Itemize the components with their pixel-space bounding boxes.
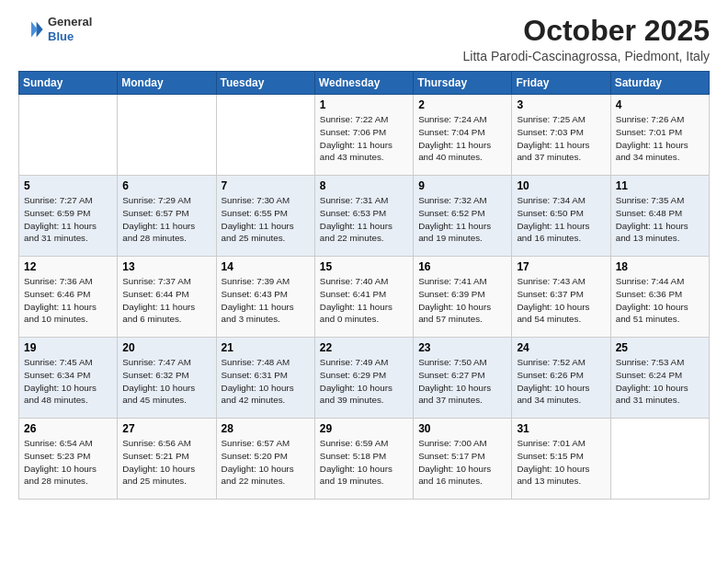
day-info: Sunrise: 7:53 AMSunset: 6:24 PMDaylight:… xyxy=(616,356,704,407)
day-number: 31 xyxy=(517,422,605,435)
day-number: 27 xyxy=(122,422,210,435)
day-info: Sunrise: 7:01 AMSunset: 5:15 PMDaylight:… xyxy=(517,437,605,488)
calendar-week-5: 26Sunrise: 6:54 AMSunset: 5:23 PMDayligh… xyxy=(19,419,710,500)
calendar-cell: 2Sunrise: 7:24 AMSunset: 7:04 PMDaylight… xyxy=(414,95,512,176)
month-title: October 2025 xyxy=(463,15,710,47)
day-info: Sunrise: 7:52 AMSunset: 6:26 PMDaylight:… xyxy=(517,356,605,407)
calendar-cell xyxy=(19,95,118,176)
day-number: 11 xyxy=(616,179,704,192)
day-info: Sunrise: 7:37 AMSunset: 6:44 PMDaylight:… xyxy=(122,275,210,326)
day-number: 24 xyxy=(517,341,605,354)
day-info: Sunrise: 7:35 AMSunset: 6:48 PMDaylight:… xyxy=(616,194,704,245)
calendar-cell: 10Sunrise: 7:34 AMSunset: 6:50 PMDayligh… xyxy=(512,176,610,257)
day-info: Sunrise: 6:56 AMSunset: 5:21 PMDaylight:… xyxy=(122,437,210,488)
logo: General Blue xyxy=(18,15,92,43)
day-info: Sunrise: 7:50 AMSunset: 6:27 PMDaylight:… xyxy=(418,356,506,407)
header-tuesday: Tuesday xyxy=(216,72,314,95)
day-number: 6 xyxy=(122,179,210,192)
calendar-cell: 29Sunrise: 6:59 AMSunset: 5:18 PMDayligh… xyxy=(314,419,413,500)
day-info: Sunrise: 7:31 AMSunset: 6:53 PMDaylight:… xyxy=(320,194,408,245)
day-number: 7 xyxy=(222,179,310,192)
day-number: 1 xyxy=(320,98,408,111)
day-number: 3 xyxy=(517,98,605,111)
calendar-cell: 31Sunrise: 7:01 AMSunset: 5:15 PMDayligh… xyxy=(512,419,610,500)
calendar-cell: 12Sunrise: 7:36 AMSunset: 6:46 PMDayligh… xyxy=(19,257,118,338)
calendar-cell: 21Sunrise: 7:48 AMSunset: 6:31 PMDayligh… xyxy=(216,338,314,419)
day-number: 22 xyxy=(320,341,408,354)
calendar-cell: 9Sunrise: 7:32 AMSunset: 6:52 PMDaylight… xyxy=(414,176,512,257)
logo-blue: Blue xyxy=(48,29,74,43)
calendar-cell: 18Sunrise: 7:44 AMSunset: 6:36 PMDayligh… xyxy=(610,257,709,338)
day-info: Sunrise: 7:25 AMSunset: 7:03 PMDaylight:… xyxy=(517,113,605,164)
day-info: Sunrise: 7:29 AMSunset: 6:57 PMDaylight:… xyxy=(122,194,210,245)
header-thursday: Thursday xyxy=(414,72,512,95)
day-info: Sunrise: 7:32 AMSunset: 6:52 PMDaylight:… xyxy=(418,194,506,245)
day-number: 21 xyxy=(222,341,310,354)
calendar-table: Sunday Monday Tuesday Wednesday Thursday… xyxy=(18,71,710,500)
day-number: 19 xyxy=(24,341,112,354)
header: General Blue October 2025 Litta Parodi-C… xyxy=(18,15,710,63)
day-info: Sunrise: 7:44 AMSunset: 6:36 PMDaylight:… xyxy=(616,275,704,326)
logo-general: General xyxy=(48,15,92,29)
calendar-cell: 15Sunrise: 7:40 AMSunset: 6:41 PMDayligh… xyxy=(314,257,413,338)
calendar-cell: 14Sunrise: 7:39 AMSunset: 6:43 PMDayligh… xyxy=(216,257,314,338)
day-info: Sunrise: 6:54 AMSunset: 5:23 PMDaylight:… xyxy=(24,437,112,488)
day-info: Sunrise: 7:41 AMSunset: 6:39 PMDaylight:… xyxy=(418,275,506,326)
calendar-cell: 7Sunrise: 7:30 AMSunset: 6:55 PMDaylight… xyxy=(216,176,314,257)
calendar-cell: 8Sunrise: 7:31 AMSunset: 6:53 PMDaylight… xyxy=(314,176,413,257)
calendar-week-1: 1Sunrise: 7:22 AMSunset: 7:06 PMDaylight… xyxy=(19,95,710,176)
day-info: Sunrise: 7:24 AMSunset: 7:04 PMDaylight:… xyxy=(418,113,506,164)
day-info: Sunrise: 6:59 AMSunset: 5:18 PMDaylight:… xyxy=(320,437,408,488)
day-info: Sunrise: 7:34 AMSunset: 6:50 PMDaylight:… xyxy=(517,194,605,245)
day-number: 14 xyxy=(222,260,310,273)
day-info: Sunrise: 7:40 AMSunset: 6:41 PMDaylight:… xyxy=(320,275,408,326)
day-info: Sunrise: 7:48 AMSunset: 6:31 PMDaylight:… xyxy=(222,356,310,407)
calendar-cell: 11Sunrise: 7:35 AMSunset: 6:48 PMDayligh… xyxy=(610,176,709,257)
calendar-cell: 19Sunrise: 7:45 AMSunset: 6:34 PMDayligh… xyxy=(19,338,118,419)
day-number: 15 xyxy=(320,260,408,273)
calendar-cell: 16Sunrise: 7:41 AMSunset: 6:39 PMDayligh… xyxy=(414,257,512,338)
day-number: 10 xyxy=(517,179,605,192)
day-info: Sunrise: 7:39 AMSunset: 6:43 PMDaylight:… xyxy=(222,275,310,326)
day-info: Sunrise: 7:36 AMSunset: 6:46 PMDaylight:… xyxy=(24,275,112,326)
logo-icon xyxy=(18,17,44,42)
calendar-cell: 27Sunrise: 6:56 AMSunset: 5:21 PMDayligh… xyxy=(118,419,216,500)
calendar-cell: 28Sunrise: 6:57 AMSunset: 5:20 PMDayligh… xyxy=(216,419,314,500)
day-number: 26 xyxy=(24,422,112,435)
day-info: Sunrise: 7:45 AMSunset: 6:34 PMDaylight:… xyxy=(24,356,112,407)
day-number: 17 xyxy=(517,260,605,273)
header-sunday: Sunday xyxy=(19,72,118,95)
calendar-cell: 20Sunrise: 7:47 AMSunset: 6:32 PMDayligh… xyxy=(118,338,216,419)
calendar-cell: 17Sunrise: 7:43 AMSunset: 6:37 PMDayligh… xyxy=(512,257,610,338)
day-number: 30 xyxy=(418,422,506,435)
days-header-row: Sunday Monday Tuesday Wednesday Thursday… xyxy=(19,72,710,95)
day-number: 29 xyxy=(320,422,408,435)
day-number: 25 xyxy=(616,341,704,354)
calendar-cell xyxy=(216,95,314,176)
day-number: 13 xyxy=(122,260,210,273)
day-number: 28 xyxy=(222,422,310,435)
day-number: 9 xyxy=(418,179,506,192)
location: Litta Parodi-Cascinagrossa, Piedmont, It… xyxy=(463,49,710,63)
day-info: Sunrise: 7:22 AMSunset: 7:06 PMDaylight:… xyxy=(320,113,408,164)
calendar-cell: 30Sunrise: 7:00 AMSunset: 5:17 PMDayligh… xyxy=(414,419,512,500)
day-number: 4 xyxy=(616,98,704,111)
calendar-cell: 4Sunrise: 7:26 AMSunset: 7:01 PMDaylight… xyxy=(610,95,709,176)
calendar-cell: 22Sunrise: 7:49 AMSunset: 6:29 PMDayligh… xyxy=(314,338,413,419)
day-number: 23 xyxy=(418,341,506,354)
day-info: Sunrise: 7:43 AMSunset: 6:37 PMDaylight:… xyxy=(517,275,605,326)
day-number: 5 xyxy=(24,179,112,192)
calendar-cell: 24Sunrise: 7:52 AMSunset: 6:26 PMDayligh… xyxy=(512,338,610,419)
day-number: 20 xyxy=(122,341,210,354)
calendar-week-2: 5Sunrise: 7:27 AMSunset: 6:59 PMDaylight… xyxy=(19,176,710,257)
day-info: Sunrise: 7:00 AMSunset: 5:17 PMDaylight:… xyxy=(418,437,506,488)
calendar-cell: 5Sunrise: 7:27 AMSunset: 6:59 PMDaylight… xyxy=(19,176,118,257)
day-number: 18 xyxy=(616,260,704,273)
day-info: Sunrise: 7:26 AMSunset: 7:01 PMDaylight:… xyxy=(616,113,704,164)
calendar-cell xyxy=(610,419,709,500)
calendar-week-3: 12Sunrise: 7:36 AMSunset: 6:46 PMDayligh… xyxy=(19,257,710,338)
day-info: Sunrise: 7:30 AMSunset: 6:55 PMDaylight:… xyxy=(222,194,310,245)
day-number: 12 xyxy=(24,260,112,273)
title-block: October 2025 Litta Parodi-Cascinagrossa,… xyxy=(463,15,710,63)
day-number: 16 xyxy=(418,260,506,273)
